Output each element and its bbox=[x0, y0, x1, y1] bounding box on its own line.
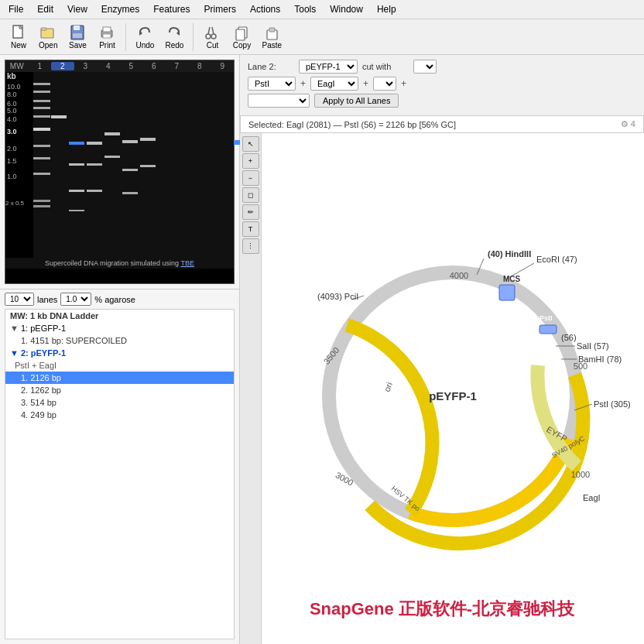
plasmid-select[interactable]: pEYFP-1 pEGFP-1 bbox=[299, 60, 358, 74]
psti-label-box: PstI bbox=[540, 314, 553, 322]
band-249[interactable]: 4. 249 bp bbox=[5, 409, 234, 421]
psti-56-label[interactable]: (56) bbox=[561, 333, 577, 342]
draw-button[interactable]: ✏ bbox=[242, 204, 259, 220]
band-2126[interactable]: 1. 2126 bp bbox=[5, 372, 234, 384]
separator-2 bbox=[193, 23, 194, 51]
copy-icon bbox=[233, 24, 250, 41]
new-button[interactable]: New bbox=[6, 22, 31, 51]
select-button[interactable]: ◻ bbox=[242, 187, 259, 203]
svg-rect-17 bbox=[236, 29, 245, 40]
lane-label-mw: MW bbox=[5, 62, 29, 70]
agarose-select[interactable]: 1.0 0.8 1.5 2.0 bbox=[60, 293, 91, 306]
menu-view[interactable]: View bbox=[65, 3, 90, 15]
gel-controls: 10 8 12 lanes 1.0 0.8 1.5 2.0 % agarose bbox=[0, 289, 239, 309]
enzyme4-select[interactable] bbox=[248, 94, 310, 108]
copy-label: Copy bbox=[233, 41, 251, 50]
watermark: SnapGene 正版软件-北京睿驰科技 bbox=[240, 598, 644, 621]
bamhi-label[interactable]: BamHI (78) bbox=[578, 355, 622, 364]
lane-label-6[interactable]: 6 bbox=[142, 62, 166, 70]
psti-box[interactable] bbox=[540, 325, 557, 334]
psti-305-label[interactable]: PstI (305) bbox=[594, 399, 631, 409]
hindiii-label[interactable]: (40) HindIII bbox=[488, 249, 531, 259]
zoom-out-button[interactable]: − bbox=[242, 170, 259, 186]
plasmid1-band: 1. 4151 bp: SUPERCOILED bbox=[5, 334, 234, 347]
save-icon bbox=[69, 24, 86, 41]
tbe-link[interactable]: TBE bbox=[180, 259, 194, 267]
plasmid2-row[interactable]: ▼ 2: pEYFP-1 bbox=[5, 347, 234, 359]
gel-caption: Supercoiled DNA migration simulated usin… bbox=[5, 258, 234, 269]
plus-sign-2: + bbox=[363, 78, 368, 89]
selected-info-bar: Selected: EagI (2081) — PstI (56) = 2126… bbox=[240, 116, 644, 133]
cut-with-dropdown[interactable] bbox=[413, 60, 437, 74]
selected-info-text: Selected: EagI (2081) — PstI (56) = 2126… bbox=[248, 120, 456, 129]
lane-label-4[interactable]: 4 bbox=[97, 62, 120, 70]
svg-rect-9 bbox=[103, 34, 111, 38]
redo-button[interactable]: Redo bbox=[162, 22, 187, 51]
more-button[interactable]: ⋮ bbox=[242, 238, 259, 254]
zoom-in-button[interactable]: + bbox=[242, 153, 259, 169]
cut-button[interactable]: Cut bbox=[200, 22, 224, 51]
scale-1000: 1000 bbox=[571, 470, 590, 479]
lanes-label: lanes bbox=[37, 295, 57, 304]
save-button[interactable]: Save bbox=[65, 22, 90, 51]
svg-line-14 bbox=[208, 27, 210, 34]
lane-row-1: Lane 2: pEYFP-1 pEGFP-1 cut with bbox=[248, 60, 636, 74]
mw-header: MW: 1 kb DNA Ladder bbox=[5, 310, 234, 322]
lane-label-2[interactable]: 2 bbox=[51, 62, 74, 70]
menu-actions[interactable]: Actions bbox=[248, 3, 283, 15]
svg-rect-6 bbox=[73, 33, 82, 38]
lane-label-5[interactable]: 5 bbox=[120, 62, 143, 70]
eagi-label[interactable]: EagI bbox=[583, 493, 601, 502]
menu-file[interactable]: File bbox=[6, 3, 26, 15]
menu-window[interactable]: Window bbox=[327, 3, 365, 15]
plasmid-svg: 4000 3500 3000 500 1000 (40) HindIII (40… bbox=[275, 226, 631, 551]
plasmid1-row[interactable]: ▼ 1: pEGFP-1 bbox=[5, 322, 234, 334]
arrow-tool-button[interactable]: ↖ bbox=[242, 136, 259, 152]
settings-icon[interactable]: ⚙ 4 bbox=[621, 119, 635, 129]
lane-row-3: Apply to All Lanes bbox=[248, 94, 636, 108]
menu-tools[interactable]: Tools bbox=[292, 3, 318, 15]
plasmid-area: ↖ + − ◻ ✏ T ⋮ bbox=[240, 133, 644, 644]
ecori-label[interactable]: EcoRI (47) bbox=[536, 255, 577, 264]
menu-edit[interactable]: Edit bbox=[35, 3, 56, 15]
undo-button[interactable]: Undo bbox=[132, 22, 157, 51]
pcii-label[interactable]: (4093) PciI bbox=[317, 292, 358, 301]
menu-help[interactable]: Help bbox=[375, 3, 399, 15]
svg-rect-5 bbox=[74, 26, 80, 30]
lane-label-8[interactable]: 8 bbox=[188, 62, 211, 70]
new-label: New bbox=[11, 41, 26, 50]
apply-all-lanes-button[interactable]: Apply to All Lanes bbox=[314, 94, 399, 108]
print-label: Print bbox=[99, 41, 115, 50]
band-514[interactable]: 3. 514 bp bbox=[5, 396, 234, 409]
enzyme3-select[interactable] bbox=[373, 77, 396, 91]
svg-rect-19 bbox=[269, 28, 275, 32]
plus-sign-3: + bbox=[401, 78, 406, 89]
mcs-feature[interactable] bbox=[499, 285, 515, 300]
print-icon bbox=[98, 24, 115, 41]
gel-area: MW 1 2 3 4 5 6 7 8 9 kb 10.0 bbox=[5, 60, 235, 284]
cut-label: Cut bbox=[207, 41, 219, 50]
lanes-select[interactable]: 10 8 12 bbox=[5, 293, 34, 306]
paste-button[interactable]: Paste bbox=[259, 22, 285, 51]
menu-features[interactable]: Features bbox=[151, 3, 192, 15]
lane-label-7[interactable]: 7 bbox=[166, 62, 189, 70]
menu-enzymes[interactable]: Enzymes bbox=[99, 3, 142, 15]
menu-primers[interactable]: Primers bbox=[202, 3, 238, 15]
mcs-label: MCS bbox=[503, 275, 521, 283]
enzyme2-select[interactable]: EagI PstI HindIII bbox=[310, 77, 358, 91]
band-1262[interactable]: 2. 1262 bp bbox=[5, 384, 234, 396]
enzyme1-select[interactable]: PstI EagI HindIII bbox=[248, 77, 296, 91]
main-content: MW 1 2 3 4 5 6 7 8 9 kb 10.0 bbox=[0, 55, 644, 644]
open-button[interactable]: Open bbox=[36, 22, 60, 51]
copy-button[interactable]: Copy bbox=[229, 22, 254, 51]
left-panel: MW 1 2 3 4 5 6 7 8 9 kb 10.0 bbox=[0, 55, 240, 644]
lane-label-3[interactable]: 3 bbox=[74, 62, 98, 70]
menu-bar: File Edit View Enzymes Features Primers … bbox=[0, 0, 644, 19]
print-button[interactable]: Print bbox=[94, 22, 119, 51]
lane-label-9[interactable]: 9 bbox=[211, 62, 235, 70]
gel-header: MW 1 2 3 4 5 6 7 8 9 bbox=[5, 60, 234, 72]
lane-label-1[interactable]: 1 bbox=[29, 62, 52, 70]
text-button[interactable]: T bbox=[242, 221, 259, 237]
undo-icon bbox=[136, 24, 153, 41]
sali-label[interactable]: SalI (57) bbox=[577, 341, 609, 351]
